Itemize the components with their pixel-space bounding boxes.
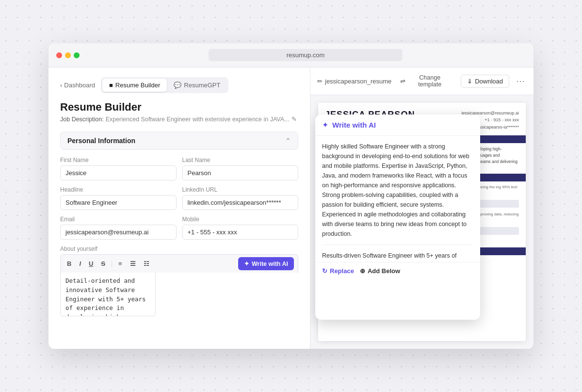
about-section: About yourself B I U S ≡ ☰ ☷ ✦ Write wit…	[60, 245, 298, 318]
back-link[interactable]: ‹ Dashboard	[60, 82, 95, 89]
back-link-label: Dashboard	[64, 82, 95, 89]
mobile-input[interactable]	[182, 225, 299, 240]
edit-icon[interactable]: ✎	[291, 115, 297, 123]
bullet-list-button[interactable]: ☰	[128, 259, 138, 268]
tab-group: ■ Resume Builder 💬 ResumeGPT	[101, 77, 229, 93]
change-template-button[interactable]: ⇌ Change template	[396, 72, 456, 90]
browser-chrome: resumup.com	[48, 43, 534, 67]
ai-popup-body: Highly skilled Software Engineer with a …	[315, 136, 480, 262]
first-name-field: First Name	[60, 157, 177, 180]
resume-filename: ✏ jessicapearson_resume	[317, 78, 391, 85]
chat-icon: 💬	[174, 82, 181, 89]
last-name-field: Last Name	[182, 157, 299, 180]
personal-info-section-header[interactable]: Personal Information ⌃	[60, 131, 298, 150]
resume-toolbar: ✏ jessicapearson_resume ⇌ Change templat…	[310, 67, 534, 95]
ai-popup-header: ✦ Write with AI	[315, 114, 480, 136]
add-below-button[interactable]: ⊕ Add Below	[360, 267, 400, 275]
back-chevron-icon: ‹	[60, 82, 62, 89]
job-desc-label: Job Description:	[60, 116, 104, 123]
mobile-field: Mobile	[182, 216, 299, 240]
ai-stars-icon: ✦	[322, 120, 328, 130]
browser-window: resumup.com ‹ Dashboard ■ Resume Builder…	[48, 43, 534, 349]
email-field: Email	[60, 216, 177, 240]
headline-linkedin-row: Headline LinkedIn URL	[60, 186, 298, 210]
page-title: Resume Builder	[60, 101, 298, 114]
ordered-list-button[interactable]: ☷	[141, 259, 152, 268]
file-icon: ✏	[317, 78, 323, 85]
close-button[interactable]	[56, 52, 62, 58]
job-description: Job Description: Experienced Software En…	[60, 115, 298, 123]
headline-field: Headline	[60, 186, 177, 210]
job-desc-text: Experienced Software Engineer with exten…	[106, 116, 290, 123]
write-with-ai-button[interactable]: ✦ Write with AI	[238, 257, 294, 270]
maximize-button[interactable]	[74, 52, 80, 58]
about-textarea[interactable]: Detail-oriented and innovative Software …	[60, 273, 156, 316]
linkedin-field: LinkedIn URL	[182, 186, 299, 210]
headline-input[interactable]	[60, 195, 177, 210]
headline-label: Headline	[60, 186, 177, 193]
linkedin-label: LinkedIn URL	[182, 186, 299, 193]
download-button[interactable]: ⇓ Download	[461, 75, 509, 88]
linkedin-input[interactable]	[182, 195, 299, 210]
first-name-input[interactable]	[60, 165, 177, 180]
email-label: Email	[60, 216, 177, 223]
left-panel: ‹ Dashboard ■ Resume Builder 💬 ResumeGPT…	[48, 67, 310, 349]
ai-suggestion-2: Results-driven Software Engineer with 5+…	[322, 251, 473, 262]
personal-info-title: Personal Information	[67, 137, 135, 145]
bold-button[interactable]: B	[65, 259, 74, 268]
mobile-label: Mobile	[182, 216, 299, 223]
traffic-lights	[56, 52, 80, 58]
right-panel: ✏ jessicapearson_resume ⇌ Change templat…	[310, 67, 534, 349]
text-toolbar: B I U S ≡ ☰ ☷ ✦ Write with AI	[60, 254, 298, 273]
nav-bar: ‹ Dashboard ■ Resume Builder 💬 ResumeGPT	[60, 77, 298, 93]
ai-sparkle-icon: ✦	[244, 260, 249, 267]
email-input[interactable]	[60, 225, 177, 240]
ai-popup-actions: ↻ Replace ⊕ Add Below	[315, 262, 480, 279]
minimize-button[interactable]	[65, 52, 71, 58]
ai-suggestion-1: Highly skilled Software Engineer with a …	[322, 142, 473, 245]
strikethrough-button[interactable]: S	[98, 259, 108, 268]
replace-icon: ↻	[322, 267, 327, 275]
replace-button[interactable]: ↻ Replace	[322, 267, 354, 275]
template-icon: ⇌	[400, 78, 405, 85]
italic-button[interactable]: I	[77, 259, 83, 268]
align-button[interactable]: ≡	[116, 259, 125, 268]
toolbar-separator	[112, 261, 112, 267]
last-name-label: Last Name	[182, 157, 299, 163]
more-options-button[interactable]: ⋯	[514, 76, 527, 86]
resume-icon: ■	[109, 82, 113, 89]
first-name-label: First Name	[60, 157, 177, 163]
browser-content: ‹ Dashboard ■ Resume Builder 💬 ResumeGPT…	[48, 67, 534, 349]
about-label: About yourself	[60, 245, 298, 252]
chevron-up-icon: ⌃	[285, 137, 291, 145]
last-name-input[interactable]	[182, 165, 299, 180]
download-icon: ⇓	[467, 78, 472, 85]
tab-resume-builder[interactable]: ■ Resume Builder	[102, 79, 167, 92]
ai-popup: ✦ Write with AI Highly skilled Software …	[315, 114, 480, 320]
tab-resumegpt[interactable]: 💬 ResumeGPT	[167, 79, 227, 92]
ai-popup-title: Write with AI	[332, 121, 376, 129]
url-bar[interactable]: resumup.com	[209, 49, 403, 61]
resume-preview-area: JESSICA PEARSON Software Engineer jessic…	[310, 95, 534, 349]
add-icon: ⊕	[360, 267, 365, 275]
email-mobile-row: Email Mobile	[60, 216, 298, 240]
name-fields-row: First Name Last Name	[60, 157, 298, 180]
underline-button[interactable]: U	[86, 259, 96, 268]
